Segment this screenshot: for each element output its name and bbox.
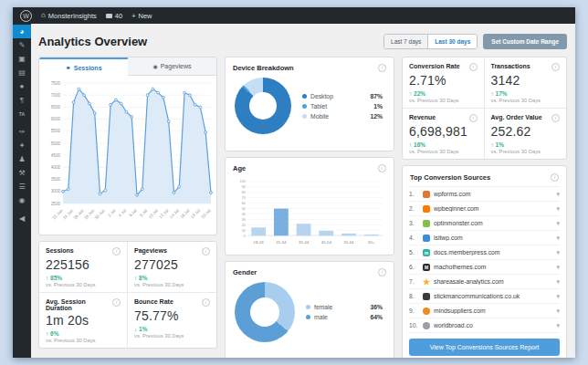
stat-value: 252.62 (491, 124, 561, 139)
sidebar-item-posts[interactable]: ✎ (13, 38, 31, 52)
source-favicon-icon (423, 220, 430, 227)
source-domain: wpbeginner.com (434, 205, 552, 212)
site-menu[interactable]: ⌂ MonsterInsights (41, 12, 97, 20)
ecommerce-stat-card: Revenuei6,698,981↑ 16%vs. Previous 30 Da… (403, 109, 485, 159)
info-icon[interactable]: i (551, 63, 560, 71)
stat-label: Avg. Order Value (491, 114, 542, 120)
chevron-down-icon[interactable]: ▾ (556, 205, 560, 213)
legend-label: male (314, 314, 366, 320)
new-menu[interactable]: + New (131, 12, 152, 20)
svg-text:2 Jul: 2 Jul (107, 208, 116, 217)
sessions-chart-panel: ☻ Sessions ◉ Pageviews 25003000350040004… (38, 57, 217, 235)
info-icon[interactable]: i (378, 64, 386, 72)
sidebar-item-media[interactable]: ▣ (13, 52, 31, 66)
source-row[interactable]: 3.optinmonster.com▾ (409, 216, 560, 231)
info-icon[interactable]: i (112, 298, 121, 307)
svg-text:12 Jul: 12 Jul (158, 208, 169, 219)
sidebar-item-forms[interactable]: ¶ (13, 93, 31, 107)
chevron-down-icon[interactable]: ▾ (556, 264, 560, 271)
info-icon[interactable]: i (378, 268, 386, 276)
info-icon[interactable]: i (202, 298, 210, 307)
last-30-days-button[interactable]: Last 30 days (427, 35, 477, 48)
stat-card-header: Pageviewsi (134, 247, 210, 256)
sidebar-item-ta-plugin[interactable]: TA (13, 107, 31, 120)
source-row[interactable]: 6.Mmachothemes.com▾ (409, 260, 560, 275)
legend-dot (306, 305, 310, 309)
chevron-down-icon[interactable]: ▾ (556, 293, 560, 300)
legend-row: Tablet1% (302, 103, 383, 110)
chevron-down-icon[interactable]: ▾ (556, 220, 560, 227)
column-right: Conversion Ratei2.71%↑ 22%vs. Previous 3… (402, 57, 567, 358)
svg-text:40: 40 (242, 213, 246, 216)
sidebar-item-tools[interactable]: ⚒ (13, 166, 31, 180)
sidebar-item-settings[interactable]: ☰ (13, 180, 31, 193)
age-title: Age (233, 164, 246, 172)
source-row[interactable]: 7.★shareasale-analytics.com▾ (409, 275, 560, 289)
ta-plugin-icon: TA (19, 111, 25, 117)
svg-text:18 Jul: 18 Jul (190, 208, 201, 219)
tab-sessions-label: Sessions (74, 65, 102, 71)
wordpress-logo-icon[interactable]: W (20, 10, 32, 22)
info-icon[interactable]: i (469, 63, 478, 71)
sidebar-item-dashboard[interactable]: ◕ (13, 25, 31, 38)
last-7-days-button[interactable]: Last 7 days (384, 35, 427, 48)
chevron-down-icon[interactable]: ▾ (556, 249, 560, 256)
source-domain: wpforms.com (434, 191, 552, 197)
stat-comparison-label: vs. Previous 30 Days (491, 149, 561, 154)
svg-text:5000: 5000 (51, 141, 61, 146)
stat-label: Revenue (409, 114, 436, 120)
ecommerce-stat-card: Conversion Ratei2.71%↑ 22%vs. Previous 3… (403, 57, 485, 109)
sidebar-item-comments[interactable]: ● (13, 79, 31, 93)
source-row[interactable]: 5.mdocs.memberpress.com▾ (409, 245, 560, 260)
svg-text:6500: 6500 (51, 105, 61, 110)
stat-change: ↑ 16% (409, 141, 478, 148)
age-bar (251, 227, 266, 235)
legend-row: female36% (306, 304, 383, 310)
source-row[interactable]: 2.wpbeginner.com▾ (409, 202, 560, 216)
sidebar-item-pages[interactable]: ▤ (13, 66, 31, 79)
stat-card-header: Revenuei (409, 114, 478, 122)
posts-icon: ✎ (19, 41, 26, 49)
dashboard-icon: ◕ (20, 27, 25, 36)
chevron-down-icon[interactable]: ▾ (556, 235, 560, 242)
tab-pageviews[interactable]: ◉ Pageviews (128, 57, 216, 76)
source-domain: mindsuppliers.com (434, 308, 552, 314)
info-icon[interactable]: i (112, 247, 121, 256)
source-row[interactable]: 4.isitwp.com▾ (409, 231, 560, 245)
tab-sessions[interactable]: ☻ Sessions (39, 57, 128, 76)
info-icon[interactable]: i (551, 173, 559, 182)
info-icon[interactable]: i (202, 247, 210, 256)
view-top-conversions-report-button[interactable]: View Top Conversions Sources Report (409, 339, 560, 356)
sidebar-item-collapse[interactable]: ◀ (13, 212, 31, 225)
sidebar-item-plugins[interactable]: ✦ (13, 139, 31, 152)
sidebar-item-appearance[interactable]: ✑ (13, 125, 31, 139)
source-row[interactable]: 1.wpforms.com▾ (409, 187, 560, 202)
chevron-down-icon[interactable]: ▾ (556, 322, 560, 329)
source-domain: optinmonster.com (434, 220, 552, 226)
source-row[interactable]: 10.worldbroad.co▾ (409, 318, 560, 333)
chevron-down-icon[interactable]: ▾ (556, 278, 560, 286)
chevron-down-icon[interactable]: ▾ (556, 191, 560, 198)
set-custom-date-range-button[interactable]: Set Custom Date Range (483, 34, 567, 49)
stat-comparison-label: vs. Previous 30 Days (409, 98, 478, 103)
sidebar-item-monsterinsights[interactable]: ◉ (13, 193, 31, 207)
svg-text:20 Jul: 20 Jul (200, 208, 211, 219)
date-range-controls: Last 7 days Last 30 days Set Custom Date… (383, 34, 567, 49)
source-row[interactable]: 9.mindsuppliers.com▾ (409, 304, 560, 318)
stat-value: 277025 (134, 257, 210, 272)
comments-menu[interactable]: 40 (106, 12, 122, 20)
legend-dot (306, 315, 310, 319)
svg-text:30 Jun: 30 Jun (94, 208, 107, 221)
svg-text:70: 70 (242, 196, 246, 200)
comments-count: 40 (115, 12, 122, 20)
stat-change: ↑ 17% (491, 90, 561, 97)
top-sources-list: 1.wpforms.com▾2.wpbeginner.com▾3.optinmo… (409, 187, 560, 333)
info-icon[interactable]: i (378, 164, 386, 172)
chevron-down-icon[interactable]: ▾ (556, 308, 560, 315)
source-row[interactable]: 8.stickmancommunications.co.uk▾ (409, 289, 560, 304)
sidebar-item-users[interactable]: ♟ (13, 152, 31, 166)
info-icon[interactable]: i (551, 114, 560, 122)
info-icon[interactable]: i (469, 114, 478, 122)
source-domain: stickmancommunications.co.uk (434, 293, 552, 299)
traffic-stat-card: Bounce Ratei75.77%↓ 1%vs. Previous 30 Da… (128, 293, 216, 348)
